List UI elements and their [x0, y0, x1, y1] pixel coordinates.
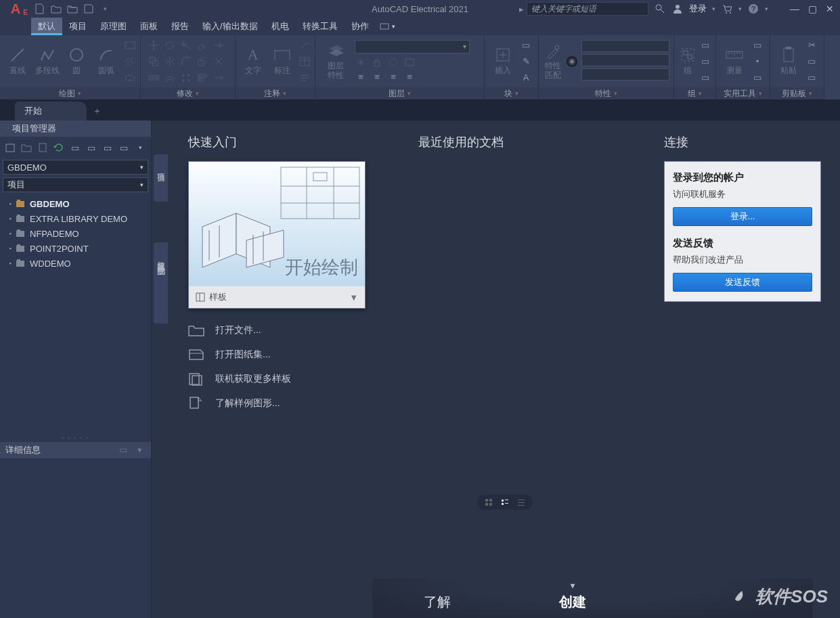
layer-prev-icon[interactable]: ≡ — [371, 71, 383, 83]
search-arrow-icon[interactable]: ▸ — [519, 4, 524, 14]
tab-start[interactable]: 开始 — [15, 102, 87, 120]
get-templates-link[interactable]: 联机获取更多样板 — [188, 372, 378, 386]
copy-clip-icon[interactable]: ▭ — [805, 56, 818, 68]
mtext-icon[interactable] — [299, 72, 311, 84]
layer-props-button[interactable]: 图层 特性 — [319, 43, 352, 79]
menu-em[interactable]: 机电 — [265, 18, 296, 35]
bottom-learn[interactable]: 了解 — [424, 593, 451, 611]
template-dropdown[interactable]: 样板 ▼ — [189, 286, 365, 308]
dimension-button[interactable]: 标注 — [269, 46, 296, 76]
pm-header[interactable]: ⋮⋮项目管理器 — [0, 120, 151, 137]
layer-walk-icon[interactable]: ≡ — [387, 71, 399, 83]
insert-button[interactable]: 插入 — [489, 46, 517, 76]
cart-dropdown-icon[interactable]: ▾ — [738, 5, 742, 12]
stretch-icon[interactable] — [148, 72, 160, 84]
panel-group-title[interactable]: 组 — [674, 87, 715, 100]
layer-match-icon[interactable]: ≡ — [355, 71, 367, 83]
menu-project[interactable]: 项目 — [62, 18, 93, 35]
pm-task-icon[interactable]: ▭ — [69, 141, 81, 154]
panel-block-title[interactable]: 块 — [485, 87, 538, 100]
details-view2-icon[interactable]: ▾ — [133, 444, 146, 456]
search-input[interactable]: 键入关键字或短语 — [527, 2, 648, 16]
pm-help-icon[interactable]: ▭ — [118, 141, 130, 154]
linetype-combo[interactable] — [581, 68, 669, 81]
arc-button[interactable]: 圆弧 — [93, 46, 120, 76]
menu-schematic[interactable]: 原理图 — [93, 18, 133, 35]
close-button[interactable]: ✕ — [824, 3, 836, 15]
rotate-icon[interactable] — [164, 39, 176, 51]
menu-panel[interactable]: 面板 — [133, 18, 164, 35]
leader-icon[interactable] — [299, 39, 311, 51]
lineweight-combo[interactable] — [581, 54, 669, 66]
panel-clipboard-title[interactable]: 剪贴板 — [770, 87, 824, 100]
match-props-button[interactable]: 特性 匹配 — [543, 43, 562, 79]
minimize-button[interactable]: — — [789, 3, 801, 15]
pm-open-icon[interactable] — [20, 141, 32, 154]
login-button[interactable]: 登录 — [689, 3, 707, 15]
move-icon[interactable] — [148, 39, 160, 51]
lengthen-icon[interactable] — [213, 72, 225, 84]
offset-icon[interactable] — [164, 72, 176, 84]
table-icon[interactable] — [299, 56, 311, 68]
tree-item-p2p[interactable]: ▪POINT2POINT — [7, 241, 151, 256]
layer-lock-icon[interactable] — [371, 56, 383, 68]
layer-freeze-icon[interactable] — [355, 56, 367, 68]
paste-special-icon[interactable]: ▭ — [805, 72, 818, 84]
edit-block-icon[interactable]: ✎ — [520, 56, 532, 68]
hatch-icon[interactable] — [124, 56, 136, 68]
pm-dropdown-icon[interactable]: ▾ — [134, 141, 146, 154]
ungroup-icon[interactable]: ▭ — [699, 39, 711, 51]
open-file-link[interactable]: 打开文件... — [188, 324, 378, 337]
select-icon[interactable]: ▭ — [751, 72, 764, 84]
fillet-icon[interactable] — [180, 56, 192, 68]
create-block-icon[interactable]: ▭ — [520, 39, 532, 51]
pm-filter-combo[interactable]: 项目▾ — [3, 177, 148, 192]
copy-icon[interactable] — [148, 56, 160, 68]
sign-in-button[interactable]: 登录... — [673, 207, 812, 226]
open-project-icon[interactable] — [66, 3, 79, 15]
cut-icon[interactable]: ✂ — [805, 39, 818, 51]
text-button[interactable]: A文字 — [240, 46, 267, 76]
maximize-button[interactable]: ▢ — [806, 3, 818, 15]
menu-collab[interactable]: 协作 — [345, 18, 376, 35]
view-large-icon[interactable] — [484, 498, 493, 507]
start-drawing-card[interactable]: 开始绘制 样板 ▼ — [188, 161, 366, 309]
layer-iso-icon[interactable] — [403, 56, 416, 68]
open-sheetset-link[interactable]: 打开图纸集... — [188, 348, 378, 361]
ellipse-icon[interactable] — [124, 72, 136, 84]
pm-details-header[interactable]: 详细信息 ▭ ▾ — [0, 442, 151, 458]
tree-item-nfpa[interactable]: ▪NFPADEMO — [7, 226, 151, 241]
panel-annotate-title[interactable]: 注释 — [236, 87, 315, 100]
panel-modify-title[interactable]: 修改 — [141, 87, 235, 100]
pm-new-project-icon[interactable] — [4, 141, 16, 154]
point-icon[interactable]: • — [751, 56, 764, 68]
circle-button[interactable]: 圆 — [64, 46, 91, 76]
pm-refresh-icon[interactable] — [53, 141, 65, 154]
sample-drawings-link[interactable]: 了解样例图形... — [188, 397, 378, 410]
panel-utils-title[interactable]: 实用工具 — [716, 87, 770, 100]
pm-publish-icon[interactable]: ▭ — [102, 141, 114, 154]
scale-icon[interactable] — [196, 56, 208, 68]
help-icon[interactable]: ? — [747, 3, 759, 15]
group-edit-icon[interactable]: ▭ — [699, 56, 711, 68]
pm-splitter[interactable]: • • • • • — [0, 434, 151, 442]
tree-item-extra[interactable]: ▪EXTRA LIBRARY DEMO — [7, 211, 151, 226]
polyline-button[interactable]: 多段线 — [34, 46, 61, 76]
menu-io[interactable]: 输入/输出数据 — [196, 18, 265, 35]
mirror-icon[interactable] — [164, 56, 176, 68]
group-button[interactable]: 组 — [678, 46, 697, 76]
erase-icon[interactable] — [196, 39, 208, 51]
pm-properties-icon[interactable]: ▭ — [85, 141, 97, 154]
pm-new-drawing-icon[interactable] — [37, 141, 49, 154]
trim-icon[interactable] — [180, 39, 192, 51]
align-icon[interactable] — [196, 72, 208, 84]
tab-new-button[interactable]: ＋ — [87, 102, 107, 120]
panel-layers-title[interactable]: 图层 — [315, 87, 484, 100]
tree-item-gbdemo[interactable]: ▪GBDEMO — [7, 196, 151, 211]
app-logo[interactable]: AE — [0, 0, 31, 18]
layer-off-icon[interactable] — [387, 56, 399, 68]
side-tab-projects[interactable]: 项目 — [154, 154, 168, 202]
user-icon[interactable] — [671, 3, 684, 15]
side-tab-locations[interactable]: 位置代号视图 — [154, 242, 168, 324]
measure-button[interactable]: 测量 — [720, 46, 749, 76]
